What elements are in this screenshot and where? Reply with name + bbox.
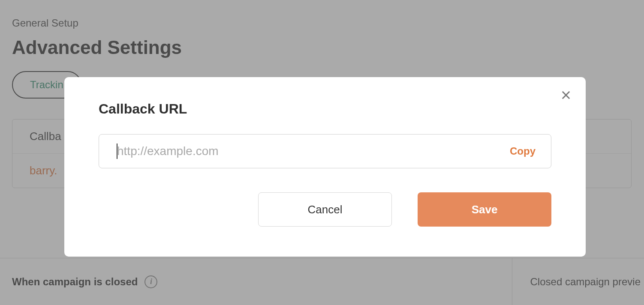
cancel-button[interactable]: Cancel <box>258 192 392 227</box>
modal-title: Callback URL <box>99 101 551 117</box>
copy-button[interactable]: Copy <box>510 145 536 157</box>
callback-url-input[interactable] <box>117 135 500 168</box>
callback-url-modal: Callback URL Copy Cancel Save <box>64 77 586 257</box>
url-input-container: Copy <box>99 134 551 168</box>
save-button[interactable]: Save <box>418 192 551 227</box>
close-button[interactable] <box>557 87 575 104</box>
modal-actions: Cancel Save <box>99 192 551 227</box>
text-cursor <box>117 144 117 159</box>
close-icon <box>560 89 572 101</box>
